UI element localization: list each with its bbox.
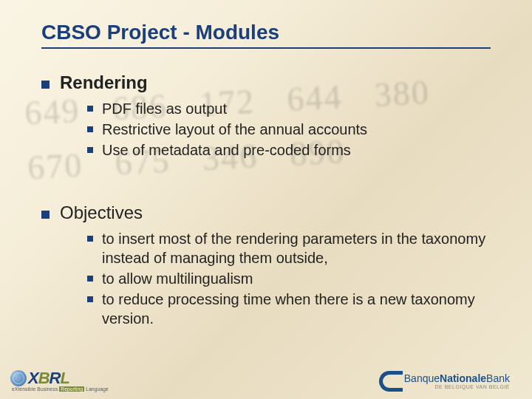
sub-list-rendering: PDF files as output Restrictive layout o… [87, 99, 491, 160]
bnb-subtitle: DE BELGIQUE VAN BELGIË [404, 384, 510, 389]
list-item: Use of metadata and pre-coded forms [87, 140, 491, 160]
slide-title: CBSO Project - Modules [41, 21, 491, 49]
square-bullet-icon [87, 296, 93, 302]
section-title: Rendering [60, 72, 148, 93]
xbrl-wordmark: XBRL [28, 369, 69, 388]
list-item: to reduce processing time when there is … [87, 290, 491, 328]
list-item-text: PDF files as output [102, 99, 227, 118]
list-item: to allow multilingualism [87, 269, 491, 288]
footer: XBRL eXtensible Business Reporting Langu… [0, 369, 532, 392]
list-item: to insert most of the rendering paramete… [87, 229, 491, 267]
section-title: Objectives [60, 202, 143, 223]
square-bullet-icon [41, 81, 50, 89]
list-item-text: to reduce processing time when there is … [102, 290, 491, 328]
list-item-text: to allow multilingualism [102, 269, 253, 288]
xbrl-logo: XBRL eXtensible Business Reporting Langu… [10, 369, 109, 392]
square-bullet-icon [87, 147, 93, 153]
list-item-text: Use of metadata and pre-coded forms [102, 140, 351, 160]
sub-list-objectives: to insert most of the rendering paramete… [87, 229, 491, 328]
bnb-name: BanqueNationaleBank [404, 373, 510, 383]
section-head-rendering: Rendering [41, 72, 491, 93]
square-bullet-icon [87, 276, 93, 282]
list-item: Restrictive layout of the annual account… [87, 120, 491, 139]
bnb-logo: BanqueNationaleBank DE BELGIQUE VAN BELG… [379, 371, 510, 392]
list-item-text: to insert most of the rendering paramete… [102, 229, 491, 267]
square-bullet-icon [87, 236, 93, 242]
square-bullet-icon [41, 211, 50, 219]
list-item-text: Restrictive layout of the annual account… [102, 120, 367, 139]
list-item: PDF files as output [87, 99, 491, 118]
xbrl-tagline: eXtensible Business Reporting Language [10, 386, 109, 392]
square-bullet-icon [87, 126, 93, 132]
arc-icon [379, 371, 403, 392]
section-head-objectives: Objectives [41, 202, 491, 223]
globe-icon [10, 370, 27, 386]
slide-content: CBSO Project - Modules Rendering PDF fil… [0, 0, 532, 328]
square-bullet-icon [87, 106, 93, 112]
